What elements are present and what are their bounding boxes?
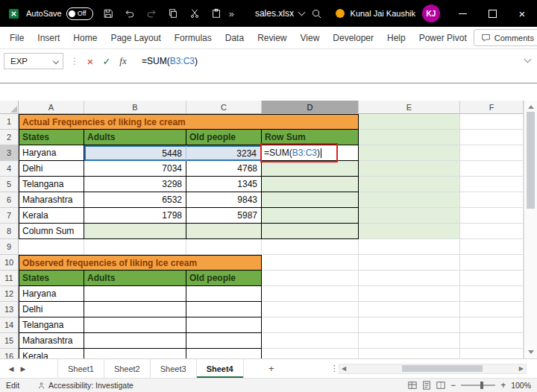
row-header-11[interactable]: 11 [0, 271, 19, 286]
cell-B4[interactable]: 7034 [84, 161, 186, 177]
autosave-toggle[interactable]: Off [66, 7, 93, 20]
cell-F4[interactable] [460, 161, 524, 177]
cell-C12[interactable] [186, 286, 262, 302]
menu-insert[interactable]: Insert [31, 33, 66, 43]
row-header-15[interactable]: 15 [0, 333, 19, 349]
row-header-8[interactable]: 8 [0, 224, 19, 239]
cell-B11[interactable]: Adults [84, 271, 186, 286]
cell-B3[interactable]: 5448 [84, 145, 186, 161]
menu-developer[interactable]: Developer [326, 33, 380, 43]
cell-C15[interactable] [186, 333, 262, 349]
cell-B2[interactable]: Adults [84, 130, 186, 145]
page-break-view-icon[interactable] [436, 381, 445, 390]
search-icon[interactable] [310, 7, 324, 20]
add-sheet-button[interactable]: + [265, 362, 278, 376]
zoom-out-button[interactable]: − [450, 380, 456, 391]
cell-D14[interactable] [262, 317, 359, 333]
menu-view[interactable]: View [294, 33, 327, 43]
zoom-slider-thumb[interactable] [480, 382, 483, 389]
sheet-nav-left-icon[interactable]: ◀ [5, 365, 17, 373]
document-title[interactable]: sales.xlsx [255, 8, 304, 19]
sheet-tab-menu-icon[interactable]: ⋮ [330, 364, 339, 373]
menu-help[interactable]: Help [380, 33, 412, 43]
cell-D16[interactable] [262, 349, 359, 358]
cell-A8[interactable]: Column Sum [19, 224, 84, 239]
cell-B16[interactable] [84, 349, 186, 358]
cell-E5[interactable] [359, 177, 460, 192]
tab-sheet3[interactable]: Sheet3 [151, 359, 197, 378]
cell-B15[interactable] [84, 333, 186, 349]
row-header-6[interactable]: 6 [0, 192, 19, 208]
row-header-13[interactable]: 13 [0, 302, 19, 317]
cell-A12[interactable]: Haryana [19, 286, 84, 302]
cell-A10[interactable]: Observed frequencies of liking Ice cream [19, 255, 262, 271]
accessibility-checker[interactable]: Accessibility: Investigate [37, 381, 134, 390]
cell-B6[interactable]: 6532 [84, 192, 186, 208]
cell-F5[interactable] [460, 177, 524, 192]
formula-edit-cell-D3[interactable]: =SUM(B3:C3) [262, 145, 359, 161]
redo-button[interactable] [145, 7, 158, 20]
cell-A7[interactable]: Kerala [19, 208, 84, 224]
cell-F2[interactable] [460, 130, 524, 145]
row-header-3[interactable]: 3 [0, 145, 19, 161]
column-header-C[interactable]: C [186, 101, 262, 114]
cell-C6[interactable]: 9843 [186, 192, 262, 208]
cell-D12[interactable] [262, 286, 359, 302]
zoom-in-button[interactable]: + [500, 380, 506, 391]
cell-A16[interactable]: Kerala [19, 349, 84, 358]
user-name[interactable]: Kunal Jai Kaushik [351, 9, 415, 18]
cell-B9[interactable] [84, 239, 186, 255]
notification-icon[interactable] [336, 9, 345, 18]
page-layout-view-icon[interactable] [422, 381, 431, 390]
menu-page-layout[interactable]: Page Layout [104, 33, 167, 43]
cell-D8[interactable] [262, 224, 359, 239]
cell-C11[interactable]: Old people [186, 271, 262, 286]
cell-F1[interactable] [460, 114, 524, 130]
cell-C13[interactable] [186, 302, 262, 317]
copy-icon[interactable] [166, 7, 180, 20]
cell-C4[interactable]: 4768 [186, 161, 262, 177]
scroll-left-arrow[interactable]: ◀ [339, 365, 348, 372]
row-header-16[interactable]: 16 [0, 349, 19, 358]
cell-C16[interactable] [186, 349, 262, 358]
cell-E6[interactable] [359, 192, 460, 208]
menu-file[interactable]: File [3, 33, 31, 43]
comments-button[interactable]: Comments [474, 29, 537, 46]
enter-button[interactable]: ✓ [98, 56, 115, 67]
cell-A11[interactable]: States [19, 271, 84, 286]
cell-D2[interactable]: Row Sum [262, 130, 359, 145]
cell-F7[interactable] [460, 208, 524, 224]
cell-A4[interactable]: Delhi [19, 161, 84, 177]
zoom-slider[interactable] [461, 385, 495, 386]
cell-D15[interactable] [262, 333, 359, 349]
formula-input[interactable]: =SUM(B3:C3) [142, 56, 198, 66]
cut-icon[interactable] [188, 7, 201, 20]
tab-sheet4-active[interactable]: Sheet4 [197, 359, 244, 378]
row-header-14[interactable]: 14 [0, 317, 19, 333]
cell-C2[interactable]: Old people [186, 130, 262, 145]
vertical-scrollbar[interactable] [524, 101, 537, 358]
cell-C8[interactable] [186, 224, 262, 239]
cell-C3[interactable]: 3234 [186, 145, 262, 161]
cell-B13[interactable] [84, 302, 186, 317]
cell-E7[interactable] [359, 208, 460, 224]
insert-function-button[interactable]: fx [115, 55, 131, 67]
normal-view-icon[interactable] [408, 381, 417, 390]
cell-D13[interactable] [262, 302, 359, 317]
cell-F16[interactable] [460, 349, 524, 358]
cell-F9[interactable] [460, 239, 524, 255]
cell-A6[interactable]: Maharashtra [19, 192, 84, 208]
cell-D6[interactable] [262, 192, 359, 208]
cell-B14[interactable] [84, 317, 186, 333]
paste-icon[interactable] [210, 7, 223, 20]
toolbar-overflow-button[interactable]: » [229, 8, 234, 19]
horizontal-scrollbar[interactable]: ◀ ▶ [339, 364, 527, 374]
cell-B8[interactable] [84, 224, 186, 239]
cell-A9[interactable] [19, 239, 84, 255]
save-button[interactable] [101, 7, 115, 20]
menu-review[interactable]: Review [251, 33, 293, 43]
cell-A2[interactable]: States [19, 130, 84, 145]
cell-D10[interactable] [262, 255, 359, 271]
cell-A13[interactable]: Delhi [19, 302, 84, 317]
avatar[interactable]: KJ [422, 4, 440, 22]
